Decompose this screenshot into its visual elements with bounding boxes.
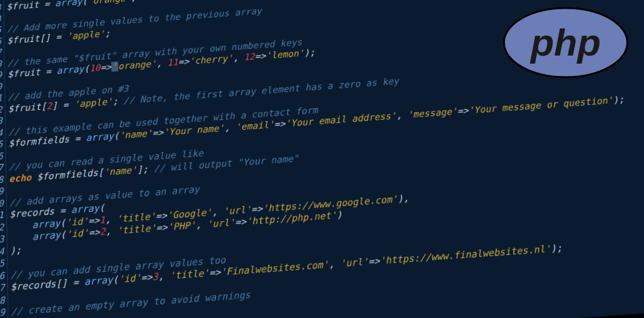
code-token: [] = <box>39 31 67 43</box>
code-token: 'id' <box>66 227 89 239</box>
line-number: 19 <box>0 185 4 198</box>
code-token: 11 <box>167 57 178 67</box>
line-number: 15 <box>0 138 3 151</box>
line-number: 28 <box>0 294 5 308</box>
line-number: 18 <box>0 174 3 186</box>
code-token: => <box>368 256 381 267</box>
line-number: 14 <box>0 127 2 139</box>
line-number: 26 <box>0 269 5 282</box>
code-token: ), <box>397 193 410 204</box>
code-token: 'email' <box>235 119 275 132</box>
code-token: [] = <box>56 277 84 289</box>
code-token: , <box>105 214 117 225</box>
line-number: 16 <box>0 150 3 163</box>
code-token: => <box>209 267 221 278</box>
code-token: 'title' <box>169 267 209 281</box>
code-token: 'id' <box>65 215 88 227</box>
code-token: = <box>54 205 72 217</box>
line-number: 22 <box>0 221 4 234</box>
code-token <box>10 232 33 243</box>
code-token: ); <box>10 245 22 256</box>
php-logo: php <box>501 5 630 80</box>
line-number: 25 <box>0 257 4 270</box>
code-token: 'url' <box>339 256 368 269</box>
line-number: 9 <box>0 69 2 82</box>
line-number: 17 <box>0 162 3 175</box>
code-token: ]; <box>137 163 154 174</box>
code-token: => <box>251 203 263 214</box>
code-token: ); <box>613 94 625 106</box>
code-token: $fruit <box>8 101 41 114</box>
line-number: 4 <box>0 13 1 25</box>
line-number: 3 <box>0 2 1 14</box>
code-token: 12 <box>244 52 255 62</box>
code-token: array <box>84 274 113 287</box>
code-token: array <box>32 217 60 230</box>
code-token: array <box>57 64 85 75</box>
code-token: , <box>212 206 223 217</box>
code-token: 'apple' <box>67 28 105 41</box>
code-token: $fruit <box>6 0 39 12</box>
code-token: array <box>32 230 60 242</box>
code-token: => <box>100 62 111 72</box>
code-token: 'lemon' <box>265 48 304 61</box>
code-token: 'apple' <box>74 96 113 109</box>
code-token: ' <box>111 62 118 72</box>
code-token: 'name' <box>119 128 152 140</box>
line-number: 21 <box>0 209 4 222</box>
code-token: echo <box>9 172 31 184</box>
line-number: 10 <box>0 81 2 93</box>
code-token: $records <box>10 278 56 292</box>
code-token: $fruit <box>7 67 40 80</box>
code-token: 'title' <box>117 223 156 236</box>
code-token: => <box>457 106 469 117</box>
code-token: , <box>396 110 408 121</box>
line-number: 5 <box>0 24 1 36</box>
code-token: ); <box>550 243 563 254</box>
code-token: ; <box>105 28 110 38</box>
code-token: ( <box>84 64 89 74</box>
code-token: , <box>328 258 341 269</box>
code-token: ) <box>336 209 342 220</box>
code-token: = <box>69 133 86 144</box>
code-token: array <box>55 0 82 8</box>
code-token: , <box>233 52 244 63</box>
code-token: => <box>88 227 100 238</box>
code-token: ] = <box>52 99 74 111</box>
code-token: 'id' <box>118 272 141 285</box>
code-token: 'name' <box>104 164 138 177</box>
line-number: 11 <box>0 92 2 104</box>
code-token: , <box>156 58 167 69</box>
code-token: 2 <box>46 101 52 111</box>
code-token: , <box>158 270 170 282</box>
code-token: 10 <box>89 63 101 73</box>
code-token: , <box>224 122 236 133</box>
code-token: ( <box>82 0 88 6</box>
line-number: 27 <box>0 282 5 295</box>
php-logo-text: php <box>529 21 601 64</box>
line-number: 6 <box>0 35 1 48</box>
line-number: 29 <box>0 306 5 318</box>
code-token: orange' <box>118 59 157 71</box>
code-token: 'cherry' <box>189 53 233 66</box>
code-token: , <box>131 0 142 2</box>
code-token: => <box>178 56 189 67</box>
code-token: 'url' <box>207 217 236 230</box>
code-token: array <box>71 203 99 215</box>
code-token: => <box>88 215 100 226</box>
code-token: ); <box>303 47 315 57</box>
code-token: 'url' <box>223 204 251 216</box>
code-token: => <box>155 210 167 221</box>
code-token <box>10 220 33 232</box>
code-token: ; <box>112 95 123 106</box>
stage: 1234567891011121314151617181920212223242… <box>0 0 644 318</box>
code-token: => <box>152 127 164 138</box>
line-number: 23 <box>0 233 4 246</box>
line-number: 20 <box>0 197 4 210</box>
line-number: 24 <box>0 245 4 258</box>
code-token: => <box>141 272 152 283</box>
code-token: 'PHP' <box>167 220 196 232</box>
code-token: , <box>196 219 207 230</box>
code-token: => <box>156 222 168 233</box>
line-number: 7 <box>0 46 2 59</box>
